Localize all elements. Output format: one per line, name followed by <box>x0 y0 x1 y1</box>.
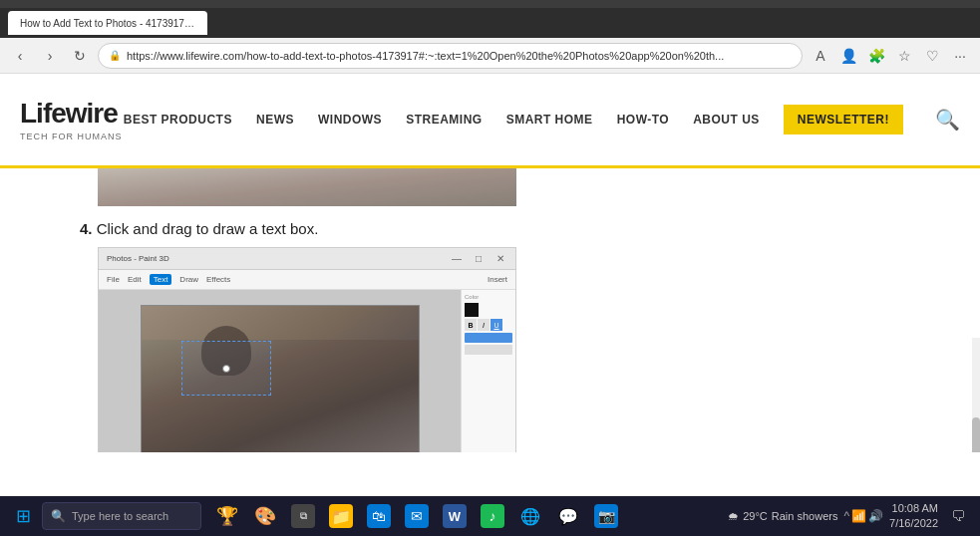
chrome-icon: 🌐 <box>518 504 542 528</box>
clock[interactable]: 10:08 AM 7/16/2022 <box>889 501 938 532</box>
taskbar-app-store[interactable]: 🛍 <box>361 498 397 534</box>
maximize-button[interactable]: □ <box>472 252 486 266</box>
step4-description: Click and drag to draw a text box. <box>97 220 319 237</box>
bold-button[interactable]: B <box>465 319 477 331</box>
taskbar-apps: 🏆 🎨 ⧉ 📁 🛍 ✉ W ♪ 🌐 💬 📷 <box>209 498 624 534</box>
nav-item-smart-home[interactable]: SMART HOME <box>506 113 593 127</box>
weather-widget[interactable]: 🌧 29°C Rain showers <box>728 510 837 522</box>
color-swatch-black[interactable] <box>465 303 479 317</box>
camera-icon: 📷 <box>594 504 618 528</box>
step4-number: 4. <box>80 220 93 237</box>
network-icon[interactable]: 📶 <box>851 509 866 523</box>
logo-tagline: TECH FOR HUMANS <box>20 132 123 141</box>
scrollbar[interactable] <box>972 338 980 452</box>
taskbar-app-task-view[interactable]: ⧉ <box>285 498 321 534</box>
right-panel: Color B I U <box>461 290 515 452</box>
taskbar-search-icon: 🔍 <box>51 509 66 523</box>
back-button[interactable]: ‹ <box>8 44 32 68</box>
collections-button[interactable]: ♡ <box>920 44 944 68</box>
toolbar-draw[interactable]: Draw <box>179 275 198 284</box>
forward-button[interactable]: › <box>38 44 62 68</box>
step4-text: 4. Click and drag to draw a text box. <box>80 220 900 237</box>
mail-icon: ✉ <box>405 504 429 528</box>
scrollbar-thumb[interactable] <box>972 417 980 452</box>
app-toolbar: File Edit Text Draw Effects Insert <box>99 270 515 290</box>
newsletter-button[interactable]: NEWSLETTER! <box>784 105 903 134</box>
browser-controls: ‹ › ↻ 🔒 https://www.lifewire.com/how-to-… <box>0 38 980 74</box>
main-nav: BEST PRODUCTS NEWS WINDOWS STREAMING SMA… <box>124 105 960 134</box>
taskbar-app-camera[interactable]: 📷 <box>588 498 624 534</box>
taskbar-app-file-explorer[interactable]: 📁 <box>323 498 359 534</box>
taskbar-app-word[interactable]: W <box>437 498 473 534</box>
url-text: https://www.lifewire.com/how-to-add-text… <box>127 50 724 62</box>
paint-icon: 🎨 <box>253 504 277 528</box>
toolbar-effects[interactable]: Effects <box>206 275 230 284</box>
taskbar-search-placeholder: Type here to search <box>72 510 168 522</box>
spotify-icon: ♪ <box>481 504 504 528</box>
toolbar-file[interactable]: File <box>107 275 120 284</box>
browser-actions: A 👤 🧩 ☆ ♡ ··· <box>809 44 972 68</box>
nav-item-best-products[interactable]: BEST PRODUCTS <box>124 113 232 127</box>
step4-container: 4. Click and drag to draw a text box. Ph… <box>80 220 900 452</box>
clock-date: 7/16/2022 <box>889 516 938 531</box>
reader-mode-button[interactable]: A <box>809 44 832 68</box>
size-slider-active[interactable] <box>465 333 512 343</box>
logo[interactable]: Lifewire <box>20 98 123 130</box>
notification-button[interactable]: 🗨 <box>944 502 972 530</box>
app-canvas <box>99 290 461 452</box>
site-header: Lifewire TECH FOR HUMANS BEST PRODUCTS N… <box>0 74 980 168</box>
toolbar-text-active[interactable]: Text <box>150 274 172 285</box>
start-button[interactable]: ⊞ <box>8 501 38 531</box>
nav-item-streaming[interactable]: STREAMING <box>406 113 483 127</box>
search-button[interactable]: 🔍 <box>935 108 960 132</box>
size-slider-inactive <box>465 345 512 355</box>
taskbar-app-paint[interactable]: 🎨 <box>247 498 283 534</box>
app-title: Photos - Paint 3D <box>107 254 442 263</box>
trophy-icon: 🏆 <box>215 504 239 528</box>
profile-button[interactable]: 👤 <box>836 44 860 68</box>
refresh-button[interactable]: ↻ <box>68 44 92 68</box>
file-explorer-icon: 📁 <box>329 504 353 528</box>
close-button[interactable]: ✕ <box>493 252 507 266</box>
app-titlebar: Photos - Paint 3D — □ ✕ <box>99 248 515 270</box>
taskbar-app-mail[interactable]: ✉ <box>399 498 435 534</box>
word-icon: W <box>443 504 467 528</box>
taskbar-app-trophy[interactable]: 🏆 <box>209 498 245 534</box>
weather-condition: Rain showers <box>772 510 838 522</box>
italic-button[interactable]: I <box>478 319 490 331</box>
dog-photo <box>141 305 420 452</box>
windows-logo-icon: ⊞ <box>16 505 31 527</box>
browser-tabs-bar: How to Add Text to Photos - 4173917#:~:t… <box>0 8 980 38</box>
underline-button[interactable]: U <box>490 319 502 331</box>
taskbar-app-messages[interactable]: 💬 <box>550 498 586 534</box>
weather-icon: 🌧 <box>728 510 739 522</box>
toolbar-insert[interactable]: Insert <box>488 275 507 284</box>
taskbar-app-spotify[interactable]: ♪ <box>475 498 510 534</box>
nav-item-how-to[interactable]: HOW-TO <box>617 113 670 127</box>
tray-chevron-icon[interactable]: ^ <box>843 509 849 523</box>
nav-item-about-us[interactable]: ABOUT US <box>693 113 760 127</box>
extensions-button[interactable]: 🧩 <box>864 44 888 68</box>
more-button[interactable]: ··· <box>948 44 972 68</box>
active-tab[interactable]: How to Add Text to Photos - 4173917#:~:t… <box>8 11 207 35</box>
taskbar: ⊞ 🔍 Type here to search 🏆 🎨 ⧉ 📁 🛍 ✉ W ♪ <box>0 496 980 536</box>
taskbar-right: 🌧 29°C Rain showers ^ 📶 🔊 10:08 AM 7/16/… <box>728 501 972 532</box>
main-content: 4. Click and drag to draw a text box. Ph… <box>0 168 980 452</box>
notification-icon: 🗨 <box>951 508 965 524</box>
address-bar[interactable]: 🔒 https://www.lifewire.com/how-to-add-te… <box>98 43 803 69</box>
messages-icon: 💬 <box>556 504 580 528</box>
weather-temp: 29°C <box>743 510 768 522</box>
favorites-button[interactable]: ☆ <box>892 44 916 68</box>
store-icon: 🛍 <box>367 504 391 528</box>
font-style-buttons: B I U <box>465 319 512 331</box>
logo-area: Lifewire TECH FOR HUMANS <box>20 98 123 141</box>
taskbar-search[interactable]: 🔍 Type here to search <box>42 502 201 530</box>
volume-icon[interactable]: 🔊 <box>868 509 883 523</box>
minimize-button[interactable]: — <box>450 252 464 266</box>
panel-title: Color <box>465 294 512 300</box>
nav-item-news[interactable]: NEWS <box>256 113 294 127</box>
tab-title: How to Add Text to Photos - 4173917#:~:t… <box>20 18 195 29</box>
toolbar-edit[interactable]: Edit <box>128 275 142 284</box>
taskbar-app-chrome[interactable]: 🌐 <box>512 498 548 534</box>
nav-item-windows[interactable]: WINDOWS <box>318 113 382 127</box>
